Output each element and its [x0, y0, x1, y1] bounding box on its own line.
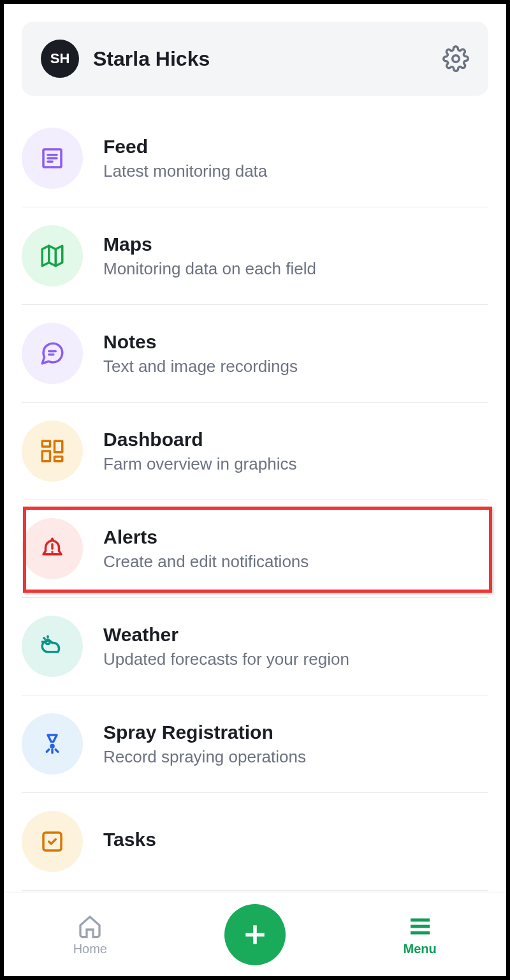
- weather-icon: [22, 616, 83, 677]
- map-icon: [22, 225, 83, 286]
- menu-item-alert[interactable]: AlertsCreate and edit notifications: [22, 500, 488, 598]
- menu-item-weather[interactable]: WeatherUpdated forecasts for your region: [22, 598, 488, 695]
- menu-item-note[interactable]: NotesText and image recordings: [22, 305, 488, 403]
- menu-item-subtitle: Farm overview in graphics: [103, 454, 488, 474]
- menu-item-subtitle: Text and image recordings: [103, 357, 488, 376]
- menu-item-subtitle: Create and edit notifications: [103, 552, 488, 572]
- menu-item-title: Dashboard: [103, 429, 488, 450]
- svg-point-20: [51, 745, 54, 747]
- note-icon: [22, 323, 83, 384]
- nav-home-label: Home: [73, 942, 107, 956]
- menu-item-tasks[interactable]: Tasks: [22, 793, 488, 891]
- svg-rect-12: [42, 451, 50, 461]
- menu-item-title: Spray Registration: [103, 722, 488, 743]
- menu-item-subtitle: Monitoring data on each field: [103, 259, 488, 279]
- svg-rect-11: [55, 441, 62, 452]
- dashboard-icon: [22, 420, 83, 482]
- svg-point-16: [46, 640, 50, 644]
- menu-item-title: Tasks: [103, 829, 488, 850]
- menu-icon: [407, 914, 433, 939]
- menu-item-title: Alerts: [103, 526, 488, 548]
- settings-icon[interactable]: [442, 45, 469, 72]
- nav-menu[interactable]: Menu: [382, 914, 458, 956]
- svg-line-19: [44, 638, 45, 639]
- avatar[interactable]: SH: [41, 40, 79, 78]
- svg-line-23: [55, 750, 58, 752]
- bottom-nav: Home Menu: [4, 893, 506, 976]
- menu-item-title: Maps: [103, 234, 488, 255]
- alert-icon: [22, 518, 83, 579]
- nav-menu-label: Menu: [404, 942, 437, 956]
- menu-item-title: Notes: [103, 331, 488, 353]
- menu-item-dashboard[interactable]: DashboardFarm overview in graphics: [22, 403, 488, 500]
- svg-rect-13: [55, 457, 62, 461]
- spray-icon: [22, 713, 83, 775]
- svg-point-0: [453, 56, 460, 63]
- fab-add[interactable]: [224, 904, 286, 965]
- menu-item-spray[interactable]: Spray RegistrationRecord spraying operat…: [22, 695, 488, 793]
- menu-list: FeedLatest monitoring dataMapsMonitoring…: [22, 128, 488, 891]
- menu-item-title: Weather: [103, 624, 488, 646]
- profile-name: Starla Hicks: [93, 47, 210, 71]
- menu-item-map[interactable]: MapsMonitoring data on each field: [22, 207, 488, 305]
- svg-rect-10: [42, 441, 50, 447]
- nav-home[interactable]: Home: [52, 914, 128, 956]
- profile-card: SH Starla Hicks: [22, 22, 488, 96]
- home-icon: [77, 914, 103, 939]
- menu-item-subtitle: Latest monitoring data: [103, 161, 488, 181]
- menu-item-subtitle: Record spraying operations: [103, 747, 488, 767]
- menu-item-subtitle: Updated forecasts for your region: [103, 650, 488, 669]
- svg-marker-5: [42, 246, 62, 266]
- feed-icon: [22, 128, 83, 189]
- plus-icon: [241, 921, 269, 949]
- svg-line-21: [47, 750, 49, 752]
- menu-item-title: Feed: [103, 136, 488, 158]
- menu-item-feed[interactable]: FeedLatest monitoring data: [22, 128, 488, 207]
- tasks-icon: [22, 811, 83, 872]
